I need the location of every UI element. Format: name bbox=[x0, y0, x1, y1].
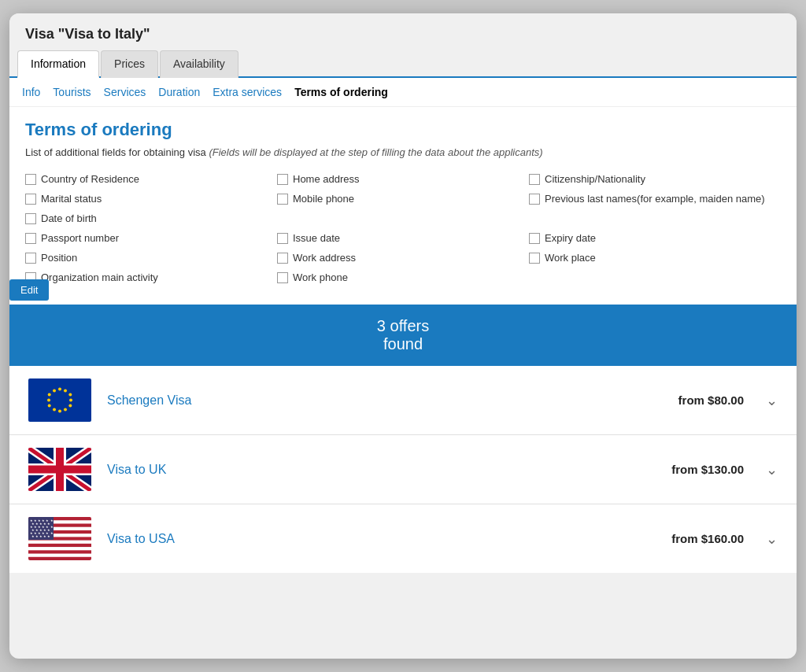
svg-text:★ ★ ★ ★ ★: ★ ★ ★ ★ ★ bbox=[31, 534, 50, 538]
svg-point-7 bbox=[58, 410, 61, 413]
section-description: List of additional fields for obtaining … bbox=[25, 146, 781, 158]
offer-uk-link[interactable]: Visa to UK bbox=[107, 463, 656, 477]
field-citizenship: Citizenship/Nationality bbox=[529, 171, 781, 187]
tab-prices[interactable]: Prices bbox=[101, 50, 158, 78]
svg-point-4 bbox=[69, 399, 72, 402]
field-work-phone: Work phone bbox=[277, 269, 529, 286]
content-area: Info Tourists Services Duration Extra se… bbox=[9, 78, 797, 573]
window-title: Visa "Visa to Italy" bbox=[9, 13, 797, 49]
nav-links: Info Tourists Services Duration Extra se… bbox=[9, 78, 797, 107]
field-issue-date: Issue date bbox=[277, 230, 529, 246]
checkbox-marital-status[interactable] bbox=[25, 194, 36, 205]
field-expiry-date: Expiry date bbox=[529, 230, 781, 246]
chevron-down-icon[interactable]: ⌄ bbox=[766, 392, 778, 409]
flag-uk bbox=[28, 448, 91, 491]
checkbox-expiry-date[interactable] bbox=[529, 233, 540, 244]
fields-grid: Country of Residence Home address Citize… bbox=[25, 171, 781, 286]
offer-usa: ★ ★ ★ ★ ★ ★ ★ ★ ★ ★ ★ ★ ★ ★ ★ ★ ★ ★ ★ ★ … bbox=[9, 504, 797, 573]
field-marital-status: Marital status bbox=[25, 190, 277, 207]
chevron-down-icon-uk[interactable]: ⌄ bbox=[766, 461, 778, 478]
offer-usa-link[interactable]: Visa to USA bbox=[107, 532, 656, 546]
offer-schengen-link[interactable]: Schengen Visa bbox=[107, 393, 663, 408]
svg-point-10 bbox=[47, 399, 50, 402]
offer-schengen-price: from $80.00 bbox=[678, 393, 744, 407]
field-empty-3 bbox=[529, 269, 781, 286]
nav-extra-services[interactable]: Extra services bbox=[213, 86, 282, 98]
offer-schengen: Schengen Visa from $80.00 ⌄ bbox=[9, 366, 797, 435]
field-position: Position bbox=[25, 249, 277, 266]
offer-uk-price: from $130.00 bbox=[671, 463, 744, 476]
offer-usa-price: from $160.00 bbox=[671, 532, 744, 545]
checkbox-issue-date[interactable] bbox=[277, 233, 288, 244]
svg-point-6 bbox=[64, 408, 67, 412]
svg-point-8 bbox=[53, 408, 56, 412]
section-title: Terms of ordering bbox=[25, 120, 781, 140]
svg-point-11 bbox=[48, 393, 51, 397]
svg-point-9 bbox=[48, 404, 51, 408]
field-date-of-birth: Date of birth bbox=[25, 210, 277, 227]
field-work-place: Work place bbox=[529, 249, 781, 266]
nav-services[interactable]: Services bbox=[104, 86, 146, 98]
field-mobile-phone: Mobile phone bbox=[277, 190, 529, 207]
checkbox-mobile-phone[interactable] bbox=[277, 194, 288, 205]
main-window: Visa "Visa to Italy" Information Prices … bbox=[9, 13, 797, 659]
field-passport-number: Passport number bbox=[25, 230, 277, 246]
svg-rect-28 bbox=[28, 554, 91, 557]
nav-terms-of-ordering[interactable]: Terms of ordering bbox=[294, 86, 388, 98]
field-home-address: Home address bbox=[277, 171, 529, 187]
svg-point-2 bbox=[64, 389, 67, 392]
field-organization-main-activity: Organization main activity bbox=[25, 269, 277, 286]
field-empty-1 bbox=[277, 210, 529, 227]
svg-rect-26 bbox=[28, 541, 91, 544]
field-previous-last-names: Previous last names(for example, maiden … bbox=[529, 190, 781, 207]
nav-info[interactable]: Info bbox=[22, 86, 40, 98]
offers-list: Schengen Visa from $80.00 ⌄ bbox=[9, 366, 797, 573]
svg-point-3 bbox=[68, 393, 72, 397]
field-empty-2 bbox=[529, 210, 781, 227]
svg-rect-0 bbox=[28, 378, 91, 422]
svg-point-1 bbox=[58, 388, 61, 391]
checkbox-work-address[interactable] bbox=[277, 253, 288, 264]
checkbox-position[interactable] bbox=[25, 253, 36, 264]
checkbox-work-place[interactable] bbox=[529, 253, 540, 264]
flag-us: ★ ★ ★ ★ ★ ★ ★ ★ ★ ★ ★ ★ ★ ★ ★ ★ ★ ★ ★ ★ … bbox=[28, 517, 91, 560]
chevron-down-icon-usa[interactable]: ⌄ bbox=[766, 530, 778, 548]
checkbox-date-of-birth[interactable] bbox=[25, 213, 36, 224]
uk-flag-svg bbox=[28, 448, 91, 491]
flag-eu bbox=[28, 378, 91, 422]
main-content: Terms of ordering List of additional fie… bbox=[9, 107, 797, 305]
svg-rect-21 bbox=[28, 466, 91, 474]
field-country-of-residence: Country of Residence bbox=[25, 171, 277, 187]
tab-information[interactable]: Information bbox=[17, 50, 99, 78]
checkbox-home-address[interactable] bbox=[277, 174, 288, 185]
field-work-address: Work address bbox=[277, 249, 529, 266]
svg-point-12 bbox=[53, 389, 56, 392]
svg-rect-27 bbox=[28, 547, 91, 550]
svg-point-5 bbox=[68, 404, 72, 408]
nav-duration[interactable]: Duration bbox=[158, 86, 200, 98]
checkbox-work-phone[interactable] bbox=[277, 272, 288, 283]
bottom-panel: Edit 3 offers found bbox=[9, 305, 797, 573]
tabs-bar: Information Prices Availability bbox=[9, 49, 797, 78]
checkbox-passport-number[interactable] bbox=[25, 233, 36, 244]
checkbox-country-of-residence[interactable] bbox=[25, 174, 36, 185]
checkbox-previous-last-names[interactable] bbox=[529, 194, 540, 205]
us-flag-svg: ★ ★ ★ ★ ★ ★ ★ ★ ★ ★ ★ ★ ★ ★ ★ ★ ★ ★ ★ ★ … bbox=[28, 517, 91, 560]
eu-flag-svg bbox=[28, 378, 91, 422]
checkbox-citizenship[interactable] bbox=[529, 174, 540, 185]
tab-availability[interactable]: Availability bbox=[160, 50, 238, 78]
offers-header: 3 offers found bbox=[9, 305, 797, 366]
edit-button[interactable]: Edit bbox=[9, 279, 49, 301]
nav-tourists[interactable]: Tourists bbox=[53, 86, 91, 98]
offer-uk: Visa to UK from $130.00 ⌄ bbox=[9, 435, 797, 504]
